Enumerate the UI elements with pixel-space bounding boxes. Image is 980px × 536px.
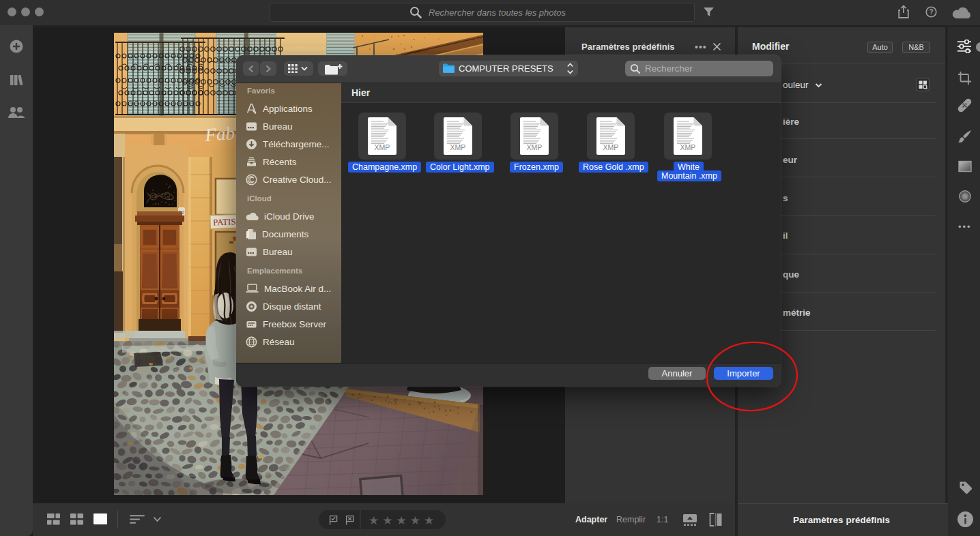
svg-text:XMP: XMP: [375, 143, 390, 151]
svg-text:XMP: XMP: [527, 143, 543, 151]
svg-text:XMP: XMP: [450, 143, 466, 151]
svg-text:XMP: XMP: [680, 143, 696, 151]
svg-text:XMP: XMP: [603, 143, 619, 151]
svg-text:?: ?: [929, 8, 933, 16]
